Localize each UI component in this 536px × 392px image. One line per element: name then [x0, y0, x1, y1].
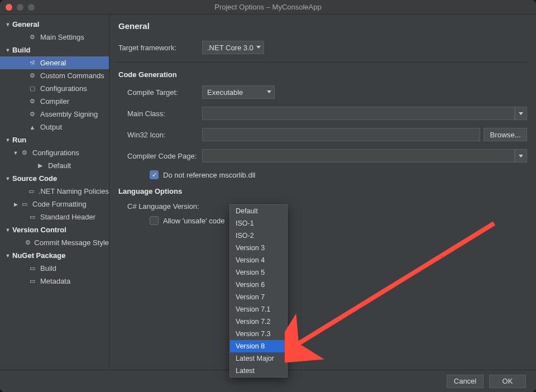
chevron-down-icon	[519, 155, 523, 157]
win32-icon-label: Win32 Icon:	[118, 131, 202, 139]
sidebar-item-custom-commands[interactable]: ⚙Custom Commands	[0, 69, 109, 82]
csharp-language-version-popup[interactable]: DefaultISO-1ISO-2Version 3Version 4Versi…	[229, 204, 288, 377]
sidebar-item-label: Configurations	[32, 149, 79, 157]
main-class-dropdown-button[interactable]	[515, 107, 527, 120]
sidebar: ▼General⚙Main Settings▼Build⚒General⚙Cus…	[0, 15, 109, 370]
gear-icon: ⚙	[28, 33, 37, 42]
lang-option-default[interactable]: Default	[230, 205, 287, 217]
target-framework-dropdown[interactable]: .NET Core 3.0	[202, 41, 264, 54]
sidebar-item-label: General	[40, 59, 66, 67]
box-icon: ▢	[28, 84, 37, 93]
expand-arrow-icon: ▼	[4, 22, 11, 27]
expand-arrow-icon: ▼	[4, 227, 11, 233]
window-title: Project Options – MyConsoleApp	[0, 3, 536, 11]
allow-unsafe-checkbox[interactable]	[150, 216, 159, 225]
sidebar-item-build[interactable]: ▼Build	[0, 44, 109, 56]
sidebar-item-commit-message-style[interactable]: ⚙Commit Message Style	[0, 236, 109, 249]
main-class-label: Main Class:	[118, 109, 202, 118]
lang-option-version-7-1[interactable]: Version 7.1	[230, 303, 287, 315]
minimize-icon[interactable]	[17, 4, 23, 11]
sidebar-item-code-formatting[interactable]: ▶▭Code Formatting	[0, 198, 109, 211]
sidebar-item-assembly-signing[interactable]: ⚙Assembly Signing	[0, 108, 109, 121]
titlebar: Project Options – MyConsoleApp	[0, 0, 536, 15]
lang-option-latest[interactable]: Latest	[230, 365, 287, 377]
window-controls	[6, 4, 35, 11]
maximize-icon[interactable]	[28, 4, 35, 11]
main-class-input[interactable]	[202, 107, 515, 120]
sidebar-item-source-code[interactable]: ▼Source Code	[0, 172, 109, 185]
doc-icon: ▭	[28, 264, 37, 273]
sidebar-item-general[interactable]: ▼General	[0, 18, 109, 31]
sidebar-item-version-control[interactable]: ▼Version Control	[0, 223, 109, 236]
sidebar-item-default[interactable]: ▶Default	[0, 159, 109, 172]
sidebar-item-configurations[interactable]: ▼⚙Configurations	[0, 146, 109, 159]
page-title: General	[118, 21, 527, 31]
sidebar-item-label: Source Code	[12, 174, 57, 183]
compile-target-dropdown[interactable]: Executable	[202, 85, 275, 99]
sidebar-item-label: Build	[40, 264, 56, 273]
sidebar-item-label: NuGet Package	[12, 251, 65, 260]
sidebar-item-label: Default	[48, 161, 71, 170]
sidebar-item-label: Run	[12, 136, 26, 144]
lang-option-version-3[interactable]: Version 3	[230, 242, 287, 254]
lang-option-version-4[interactable]: Version 4	[230, 254, 287, 266]
lang-option-version-5[interactable]: Version 5	[230, 266, 287, 279]
target-framework-label: Target framework:	[118, 44, 202, 52]
close-icon[interactable]	[6, 4, 12, 11]
sidebar-item-label: General	[12, 20, 39, 28]
compiler-code-page-input[interactable]	[202, 149, 515, 162]
content-panel: General Target framework: .NET Core 3.0 …	[109, 15, 536, 370]
chevron-down-icon	[519, 112, 523, 115]
sidebar-item-label: Standard Header	[40, 213, 95, 221]
win32-icon-input[interactable]	[202, 128, 480, 141]
expand-arrow-icon: ▼	[4, 137, 11, 143]
browse-button[interactable]: Browse...	[484, 128, 527, 141]
doc-icon: ▭	[28, 277, 37, 286]
compile-target-label: Compile Target:	[118, 88, 202, 97]
sidebar-item-compiler[interactable]: ⚙Compiler	[0, 95, 109, 108]
gear-icon: ⚙	[20, 149, 29, 157]
play-icon: ▶	[36, 161, 45, 170]
sidebar-item-metadata[interactable]: ▭Metadata	[0, 275, 109, 288]
hammer-icon: ⚒	[27, 57, 39, 69]
chevron-down-icon	[267, 90, 271, 93]
doc-icon: ▭	[20, 200, 29, 209]
sidebar-item-main-settings[interactable]: ⚙Main Settings	[0, 31, 109, 44]
sidebar-item-label: Commit Message Style	[34, 238, 109, 247]
doc-icon: ▭	[27, 187, 35, 196]
gear-icon: ⚙	[28, 97, 37, 106]
sidebar-item-label: Custom Commands	[40, 71, 104, 80]
lang-option-version-7-3[interactable]: Version 7.3	[230, 328, 287, 340]
mscorlib-checkbox[interactable]: ✓	[150, 170, 159, 179]
sidebar-item--net-naming-policies[interactable]: ▭.NET Naming Policies	[0, 185, 109, 198]
lang-option-version-6[interactable]: Version 6	[230, 279, 287, 291]
sidebar-item-run[interactable]: ▼Run	[0, 133, 109, 146]
lang-option-latest-major[interactable]: Latest Major	[230, 352, 287, 365]
code-generation-header: Code Generation	[118, 70, 527, 79]
sidebar-item-configurations[interactable]: ▢Configurations	[0, 82, 109, 95]
csharp-language-version-label: C# Language Version:	[118, 202, 213, 211]
doc-icon: ▭	[28, 213, 37, 222]
sidebar-item-build[interactable]: ▭Build	[0, 262, 109, 275]
target-framework-value: .NET Core 3.0	[207, 44, 253, 52]
ok-button[interactable]: OK	[489, 375, 526, 388]
sidebar-item-label: Version Control	[12, 226, 66, 234]
lang-option-iso-2[interactable]: ISO-2	[230, 230, 287, 242]
lang-option-version-7-2[interactable]: Version 7.2	[230, 315, 287, 328]
output-icon: ▲	[28, 123, 37, 132]
gear-icon: ⚙	[25, 238, 31, 247]
mscorlib-label: Do not reference mscorlib.dll	[163, 171, 255, 179]
cancel-button[interactable]: Cancel	[447, 375, 484, 388]
expand-arrow-icon: ▼	[12, 150, 19, 156]
lang-option-version-8[interactable]: Version 8	[230, 340, 287, 352]
lang-option-iso-1[interactable]: ISO-1	[230, 217, 287, 230]
sidebar-item-output[interactable]: ▲Output	[0, 121, 109, 133]
compiler-code-page-dropdown-button[interactable]	[515, 149, 527, 162]
lang-option-version-7[interactable]: Version 7	[230, 291, 287, 303]
project-options-window: Project Options – MyConsoleApp ▼General⚙…	[0, 0, 536, 392]
sidebar-item-label: Code Formatting	[32, 200, 87, 208]
sidebar-item-nuget-package[interactable]: ▼NuGet Package	[0, 249, 109, 262]
sidebar-item-label: Assembly Signing	[40, 110, 98, 118]
sidebar-item-standard-header[interactable]: ▭Standard Header	[0, 211, 109, 223]
sidebar-item-general[interactable]: ⚒General	[0, 56, 109, 69]
